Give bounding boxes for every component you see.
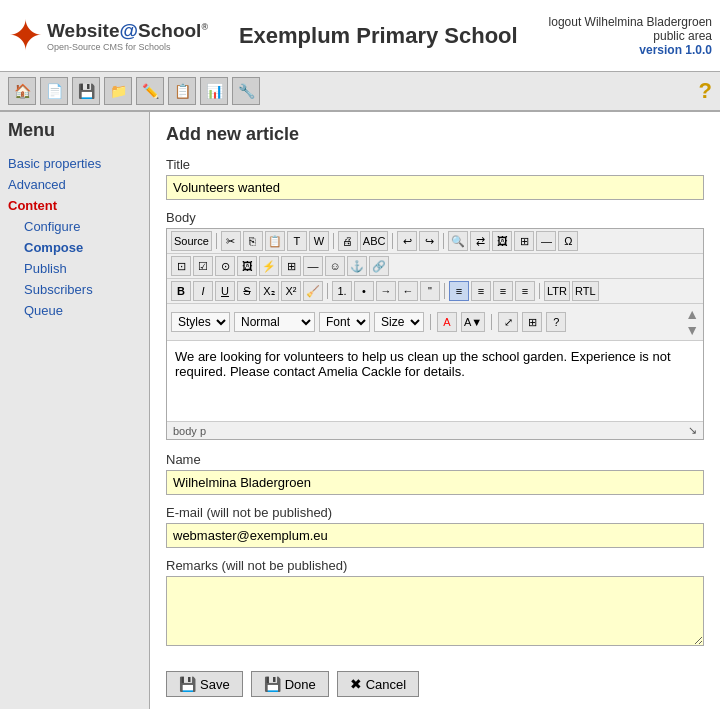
save-icon[interactable]: 💾	[72, 77, 100, 105]
help-editor-btn[interactable]: ?	[546, 312, 566, 332]
size-select[interactable]: Size	[374, 312, 424, 332]
paste-word-btn[interactable]: W	[309, 231, 329, 251]
styles-select[interactable]: Styles	[171, 312, 230, 332]
show-blocks-btn[interactable]: ⊡	[171, 256, 191, 276]
remove-format-btn[interactable]: 🧹	[303, 281, 323, 301]
table2-btn[interactable]: ⊞	[281, 256, 301, 276]
subscript-btn[interactable]: X₂	[259, 281, 279, 301]
horizontal-rule-btn[interactable]: —	[536, 231, 556, 251]
show-blocks-btn2[interactable]: ⊞	[522, 312, 542, 332]
link-btn[interactable]: 🔗	[369, 256, 389, 276]
redo-btn[interactable]: ↪	[419, 231, 439, 251]
flash-btn[interactable]: ⚡	[259, 256, 279, 276]
ul-btn[interactable]: •	[354, 281, 374, 301]
content-link[interactable]: Content	[8, 198, 57, 213]
anchor-btn[interactable]: ⚓	[347, 256, 367, 276]
title-input[interactable]	[166, 175, 704, 200]
sidebar-item-compose[interactable]: Compose	[8, 237, 141, 258]
ltr-btn[interactable]: LTR	[544, 281, 570, 301]
sidebar-item-configure[interactable]: Configure	[8, 216, 141, 237]
source-btn[interactable]: Source	[171, 231, 212, 251]
publish-link[interactable]: Publish	[24, 261, 67, 276]
chart-icon[interactable]: 📊	[200, 77, 228, 105]
sidebar-item-queue[interactable]: Queue	[8, 300, 141, 321]
home-icon[interactable]: 🏠	[8, 77, 36, 105]
help-icon[interactable]: ?	[699, 78, 712, 104]
save-button[interactable]: 💾 Save	[166, 671, 243, 697]
name-input[interactable]	[166, 470, 704, 495]
logo-puzzle-icon: ✦	[8, 11, 43, 60]
line-btn[interactable]: —	[303, 256, 323, 276]
sidebar-item-publish[interactable]: Publish	[8, 258, 141, 279]
logo-sub-text: Open-Source CMS for Schools	[47, 42, 208, 52]
underline-btn[interactable]: U	[215, 281, 235, 301]
email-input[interactable]	[166, 523, 704, 548]
smiley-btn[interactable]: ☺	[325, 256, 345, 276]
cancel-button[interactable]: ✖ Cancel	[337, 671, 419, 697]
format-select[interactable]: Normal Heading 1 Heading 2	[234, 312, 315, 332]
bold-btn[interactable]: B	[171, 281, 191, 301]
edit-icon[interactable]: ✏️	[136, 77, 164, 105]
compose-link[interactable]: Compose	[24, 240, 83, 255]
sidebar-item-subscribers[interactable]: Subscribers	[8, 279, 141, 300]
configure-link[interactable]: Configure	[24, 219, 80, 234]
sep6	[444, 283, 445, 299]
sidebar-item-advanced[interactable]: Advanced	[8, 174, 141, 195]
bottom-buttons: 💾 Save 💾 Done ✖ Cancel	[166, 671, 704, 697]
properties-icon[interactable]: 📋	[168, 77, 196, 105]
ol-btn[interactable]: 1.	[332, 281, 352, 301]
sidebar-item-content[interactable]: Content	[8, 195, 141, 216]
email-label: E-mail (will not be published)	[166, 505, 704, 520]
remarks-textarea[interactable]	[166, 576, 704, 646]
paste-text-btn[interactable]: T	[287, 231, 307, 251]
page-title: Add new article	[166, 124, 704, 145]
page-icon[interactable]: 📄	[40, 77, 68, 105]
save-icon: 💾	[179, 676, 196, 692]
indent-btn[interactable]: →	[376, 281, 396, 301]
queue-link[interactable]: Queue	[24, 303, 63, 318]
blockquote-btn[interactable]: "	[420, 281, 440, 301]
undo-btn[interactable]: ↩	[397, 231, 417, 251]
editor-resize-corner[interactable]: ↘	[688, 424, 697, 437]
align-center-btn[interactable]: ≡	[471, 281, 491, 301]
cut-btn[interactable]: ✂	[221, 231, 241, 251]
maximize-btn[interactable]: ⤢	[498, 312, 518, 332]
website-text: Website	[47, 20, 120, 41]
spellcheck-btn[interactable]: ABC	[360, 231, 389, 251]
editor-path: body p	[173, 425, 206, 437]
print-btn[interactable]: 🖨	[338, 231, 358, 251]
align-left-btn[interactable]: ≡	[449, 281, 469, 301]
font-color-btn[interactable]: A	[437, 312, 457, 332]
sidebar-item-basic-properties[interactable]: Basic properties	[8, 153, 141, 174]
font-select[interactable]: Font	[319, 312, 370, 332]
superscript-btn[interactable]: X²	[281, 281, 301, 301]
subscribers-link[interactable]: Subscribers	[24, 282, 93, 297]
outdent-btn[interactable]: ←	[398, 281, 418, 301]
replace-btn[interactable]: ⇄	[470, 231, 490, 251]
strikethrough-btn[interactable]: S	[237, 281, 257, 301]
basic-properties-link[interactable]: Basic properties	[8, 156, 101, 171]
circle-btn[interactable]: ⊙	[215, 256, 235, 276]
image2-btn[interactable]: 🖼	[237, 256, 257, 276]
editor-body[interactable]: We are looking for volunteers to help us…	[167, 341, 703, 421]
checkbox-btn[interactable]: ☑	[193, 256, 213, 276]
advanced-link[interactable]: Advanced	[8, 177, 66, 192]
align-justify-btn[interactable]: ≡	[515, 281, 535, 301]
italic-btn[interactable]: I	[193, 281, 213, 301]
sep3	[392, 233, 393, 249]
table-btn[interactable]: ⊞	[514, 231, 534, 251]
done-button[interactable]: 💾 Done	[251, 671, 329, 697]
find-btn[interactable]: 🔍	[448, 231, 468, 251]
copy-btn[interactable]: ⎘	[243, 231, 263, 251]
rtl-btn[interactable]: RTL	[572, 281, 599, 301]
logo-main-text: Website@School®	[47, 20, 208, 42]
logo: ✦ Website@School® Open-Source CMS for Sc…	[8, 11, 208, 60]
bg-color-btn[interactable]: A▼	[461, 312, 485, 332]
image-btn[interactable]: 🖼	[492, 231, 512, 251]
editor-resize-handle[interactable]: ▲▼	[685, 306, 699, 338]
special-char-btn[interactable]: Ω	[558, 231, 578, 251]
paste-btn[interactable]: 📋	[265, 231, 285, 251]
align-right-btn[interactable]: ≡	[493, 281, 513, 301]
settings-icon[interactable]: 🔧	[232, 77, 260, 105]
folder-icon[interactable]: 📁	[104, 77, 132, 105]
